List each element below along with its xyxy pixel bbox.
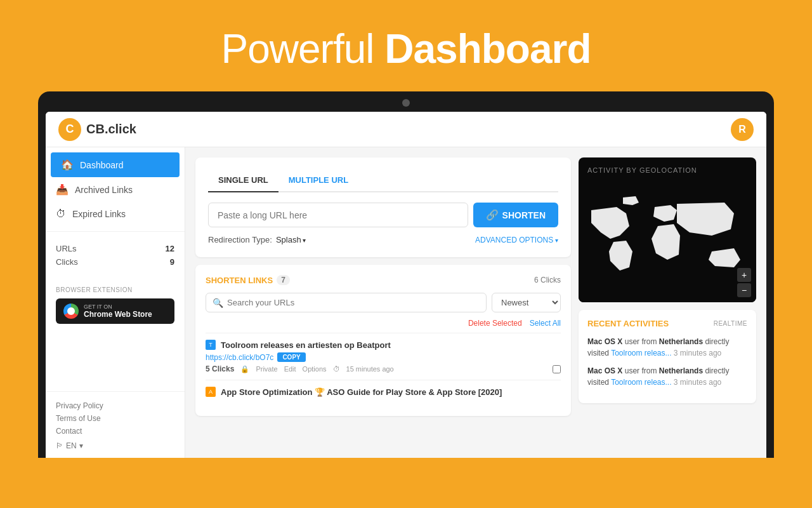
extension-label: BROWSER EXTENSION [56,286,174,293]
sidebar-item-expired[interactable]: ⏱ Expired Links [46,202,185,226]
link-title-text: Toolroom releases en artiesten op Beatpo… [221,340,391,350]
activity-header: RECENT ACTIVITIES REALTIME [587,319,747,328]
world-map-svg [579,182,756,302]
main-content: SINGLE URL MULTIPLE URL 🔗 SHORTEN [185,147,766,458]
main-layout: 🏠 Dashboard 📥 Archived Links ⏱ Expired L… [46,147,766,458]
link-item: A App Store Optimization 🏆 ASO Guide for… [206,380,561,406]
link-title-row: T Toolroom releases en artiesten op Beat… [206,340,561,350]
total-clicks-badge: 6 Clicks [534,276,561,284]
stat-clicks: Clicks 9 [56,255,174,269]
link-url-row: https://cb.click/bO7c COPY [206,352,561,362]
logo-icon: C [58,118,81,141]
links-title: SHORTEN LINKS 7 [206,275,290,285]
logo[interactable]: C CB.click [58,118,136,141]
url-input-row: 🔗 SHORTEN [208,203,558,227]
options-link[interactable]: Options [303,365,327,373]
activity-os: Mac OS X [587,337,622,346]
lock-icon: 🔒 [240,365,249,373]
left-panel: SINGLE URL MULTIPLE URL 🔗 SHORTEN [195,157,571,448]
home-icon: 🏠 [61,159,74,171]
activity-title: RECENT ACTIVITIES [587,319,669,328]
search-icon: 🔍 [213,298,223,308]
chrome-btn-line1: GET IT ON [84,304,152,310]
laptop-frame: C CB.click R 🏠 Dashboard 📥 Archived Link… [38,91,774,458]
archive-icon: 📥 [56,184,69,196]
activity-time: 3 minutes ago [674,378,721,387]
advanced-options-button[interactable]: ADVANCED OPTIONS [475,236,558,244]
privacy-policy-link[interactable]: Privacy Policy [56,399,174,412]
stat-urls-label: URLs [56,244,77,253]
stat-urls: URLs 12 [56,242,174,255]
activity-user-type: user from [625,366,657,375]
link-item: T Toolroom releases en artiesten op Beat… [206,333,561,380]
sidebar-item-label: Dashboard [80,160,124,170]
sort-select[interactable]: Newest Oldest Most Clicks [492,293,561,312]
tab-multiple-url[interactable]: MULTIPLE URL [278,170,358,192]
url-input[interactable] [208,203,468,227]
sidebar-stats: URLs 12 Clicks 9 [46,231,185,279]
top-navigation: C CB.click R [46,112,766,147]
chrome-store-button[interactable]: GET IT ON Chrome Web Store [56,298,174,324]
links-count-badge: 7 [277,275,290,285]
redirect-row: Redirection Type: Splash ADVANCED OPTION… [208,235,558,244]
link-favicon: A [206,387,216,397]
time-icon: ⏱ [333,365,340,373]
delete-selected-button[interactable]: Delete Selected [468,319,522,328]
shorten-btn-label: SHORTEN [502,210,546,220]
link-checkbox[interactable] [553,365,561,373]
redirect-type-selector: Redirection Type: Splash [208,235,306,244]
contact-link[interactable]: Contact [56,425,174,438]
sidebar-item-label: Expired Links [72,209,126,219]
link-meta: 5 Clicks 🔒 Private Edit Options ⏱ 15 min… [206,364,561,373]
actions-row: Delete Selected Select All [206,319,561,328]
laptop-camera [402,99,410,107]
language-selector[interactable]: 🏳 EN ▾ [56,441,174,450]
activity-os: Mac OS X [587,366,622,375]
hero-banner: Powerful Dashboard [0,0,812,91]
link-icon: 🔗 [486,209,499,221]
sidebar-item-label: Archived Links [75,185,133,195]
stat-urls-value: 12 [166,244,174,253]
hero-title: Powerful Dashboard [0,25,812,72]
chrome-btn-line2: Chrome Web Store [84,310,152,319]
activity-item: Mac OS X user from Netherlands directly … [587,365,747,388]
right-panel: ACTIVITY BY GEOLOCATION [579,157,756,448]
laptop-screen: C CB.click R 🏠 Dashboard 📥 Archived Link… [46,112,766,458]
activity-country: Netherlands [659,337,703,346]
select-all-button[interactable]: Select All [530,319,561,328]
terms-of-use-link[interactable]: Terms of Use [56,412,174,425]
link-short-url[interactable]: https://cb.click/bO7c [206,353,273,362]
activity-link-ref[interactable]: Toolroom releas... [611,349,671,358]
stat-clicks-label: Clicks [56,257,78,267]
chrome-icon [63,304,79,319]
clock-icon: ⏱ [56,208,66,220]
link-title-row: A App Store Optimization 🏆 ASO Guide for… [206,387,561,397]
map-zoom-out-button[interactable]: − [737,283,751,297]
chrome-btn-text: GET IT ON Chrome Web Store [84,304,152,319]
search-input[interactable] [227,298,480,307]
links-title-text: SHORTEN LINKS [206,276,273,285]
link-time: 15 minutes ago [346,365,394,373]
edit-link[interactable]: Edit [284,365,296,373]
activity-user-type: user from [625,337,657,346]
activity-time: 3 minutes ago [674,349,721,358]
links-card: SHORTEN LINKS 7 6 Clicks 🔍 [195,265,571,416]
map-card: ACTIVITY BY GEOLOCATION [579,157,756,302]
links-header: SHORTEN LINKS 7 6 Clicks [206,275,561,285]
search-sort-row: 🔍 Newest Oldest Most Clicks [206,293,561,312]
sidebar-item-dashboard[interactable]: 🏠 Dashboard [51,152,180,177]
sidebar: 🏠 Dashboard 📥 Archived Links ⏱ Expired L… [46,147,185,458]
app-shell: C CB.click R 🏠 Dashboard 📥 Archived Link… [46,112,766,458]
activity-link-ref[interactable]: Toolroom releas... [611,378,671,387]
map-title: ACTIVITY BY GEOLOCATION [587,166,697,174]
map-zoom-in-button[interactable]: + [737,268,751,282]
shorten-button[interactable]: 🔗 SHORTEN [473,203,558,227]
map-header: ACTIVITY BY GEOLOCATION [579,157,756,182]
flag-icon: 🏳 [56,441,63,450]
map-body: + − [579,182,756,302]
sidebar-item-archived[interactable]: 📥 Archived Links [46,177,185,202]
user-avatar[interactable]: R [731,118,754,141]
redirect-value[interactable]: Splash [276,235,306,244]
copy-button[interactable]: COPY [277,352,305,362]
tab-single-url[interactable]: SINGLE URL [208,170,278,192]
